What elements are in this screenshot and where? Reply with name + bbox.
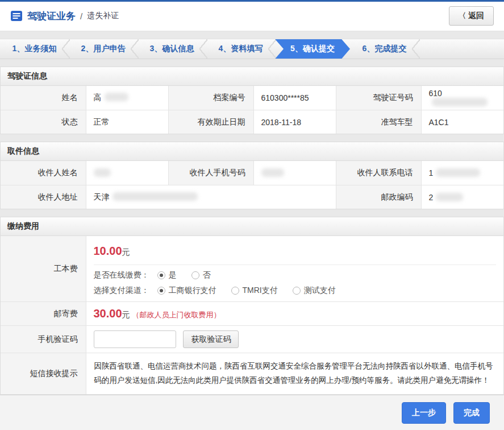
page-subtitle: 遗失补证 (87, 11, 119, 21)
step-label: 1、业务须知 (13, 44, 57, 54)
file-no-value: 610300****85 (253, 86, 336, 110)
postage-fee-value: 30.00元（邮政人员上门收取费用） (86, 302, 503, 326)
top-bar: 驾驶证业务 / 遗失补证 〈 返回 (0, 0, 504, 31)
recipient-name-value (86, 161, 168, 185)
payment-panel: 缴纳费用 工本费 10.00元 是否在线缴费： 是 否 选择支付渠道： 工商银行… (0, 217, 504, 395)
option-label: 工商银行支付 (169, 286, 216, 296)
radio-unselected-icon[interactable] (191, 271, 199, 279)
postcode-label: 邮政编码 (336, 185, 421, 209)
license-info-panel: 驾驶证信息 姓名 高 档案编号 610300****85 驾驶证号码 610 状… (0, 67, 504, 134)
online-pay-option-no[interactable]: 否 (191, 270, 211, 280)
online-pay-option-yes[interactable]: 是 (157, 270, 177, 280)
back-button-label: 返回 (468, 11, 484, 21)
currency-unit: 元 (122, 247, 130, 257)
redacted-value (113, 192, 198, 201)
step-5-confirm-submit-active[interactable]: 5、确认提交 (275, 39, 350, 59)
table-row: 短信接收提示 因陕西省联通、电信运营商技术问题，陕西省互联网交通安全综合服务管理… (1, 353, 503, 394)
postcode-value: 2 (421, 185, 503, 209)
pay-channel-row: 选择支付渠道： 工商银行支付 TMRI支付 测试支付 (94, 286, 497, 296)
get-sms-code-button[interactable]: 获取验证码 (183, 330, 239, 348)
payment-title: 缴纳费用 (1, 217, 503, 236)
pickup-info-table: 收件人姓名 收件人手机号码 收件人联系电话 1 收件人地址 天津 邮政编码 2 (1, 161, 503, 209)
status-value: 正常 (86, 110, 168, 134)
pickup-info-title: 取件信息 (1, 142, 503, 161)
breadcrumb-separator: / (80, 11, 82, 21)
file-no-label: 档案编号 (168, 86, 253, 110)
radio-unselected-icon[interactable] (293, 287, 301, 295)
channel-option-tmri[interactable]: TMRI支付 (231, 286, 278, 296)
back-button[interactable]: 〈 返回 (449, 6, 494, 26)
recipient-mobile-label: 收件人手机号码 (168, 161, 253, 185)
step-4-fill-data[interactable]: 4、资料填写 (206, 39, 275, 59)
license-info-title: 驾驶证信息 (1, 67, 503, 86)
redacted-value (105, 93, 128, 101)
step-3-confirm-info[interactable]: 3、确认信息 (138, 39, 206, 59)
sms-tip-text: 因陕西省联通、电信运营商技术问题，陕西省互联网交通安全综合服务管理平台无法向持陕… (86, 353, 503, 394)
online-pay-label: 是否在线缴费： (94, 270, 149, 280)
online-pay-row: 是否在线缴费： 是 否 (94, 270, 497, 280)
radio-unselected-icon[interactable] (231, 287, 239, 295)
production-fee-amount: 10.00 (94, 245, 122, 257)
step-2-user-declaration[interactable]: 2、用户申告 (69, 39, 138, 59)
redacted-value (436, 193, 463, 201)
license-no-label: 驾驶证号码 (336, 86, 421, 110)
license-service-icon (10, 10, 23, 22)
license-info-table: 姓名 高 档案编号 610300****85 驾驶证号码 610 状态 正常 有… (1, 86, 503, 134)
postage-fee-label: 邮寄费 (1, 302, 86, 326)
table-row: 状态 正常 有效期止日期 2018-11-18 准驾车型 A1C1 (1, 110, 503, 134)
redacted-value (436, 168, 480, 177)
step-label: 6、完成提交 (363, 44, 407, 54)
redacted-value (432, 98, 488, 106)
channel-option-icbc[interactable]: 工商银行支付 (157, 286, 216, 296)
sms-code-label: 手机验证码 (1, 326, 86, 353)
table-row: 收件人地址 天津 邮政编码 2 (1, 185, 503, 209)
radio-selected-icon[interactable] (157, 287, 165, 295)
pickup-info-panel: 取件信息 收件人姓名 收件人手机号码 收件人联系电话 1 收件人地址 天津 邮政… (0, 142, 504, 209)
table-row: 工本费 10.00元 是否在线缴费： 是 否 选择支付渠道： 工商银行支付 TM… (1, 236, 503, 302)
step-label: 5、确认提交 (290, 44, 335, 54)
name-value: 高 (86, 86, 168, 110)
currency-unit: 元 (122, 310, 130, 319)
step-wizard: 1、业务须知 2、用户申告 3、确认信息 4、资料填写 5、确认提交 6、完成提… (0, 39, 504, 60)
expiry-label: 有效期止日期 (168, 110, 253, 134)
finish-button[interactable]: 完成 (453, 402, 490, 424)
vehicle-class-value: A1C1 (421, 110, 503, 134)
recipient-name-label: 收件人姓名 (1, 161, 86, 185)
recipient-address-value: 天津 (86, 185, 336, 209)
option-label: 否 (203, 270, 211, 280)
step-label: 3、确认信息 (150, 44, 194, 54)
recipient-phone-value: 1 (421, 161, 503, 185)
production-fee-amount-row: 10.00元 (94, 237, 497, 265)
name-label: 姓名 (1, 86, 86, 110)
recipient-mobile-value (253, 161, 336, 185)
channel-option-test[interactable]: 测试支付 (293, 286, 336, 296)
status-label: 状态 (1, 110, 86, 134)
option-label: TMRI支付 (243, 286, 278, 296)
option-label: 测试支付 (304, 286, 336, 296)
step-label: 4、资料填写 (219, 44, 263, 54)
step-1-business-notice[interactable]: 1、业务须知 (0, 39, 69, 59)
expiry-value: 2018-11-18 (253, 110, 336, 134)
payment-table: 工本费 10.00元 是否在线缴费： 是 否 选择支付渠道： 工商银行支付 TM… (1, 236, 503, 394)
postage-note: （邮政人员上门收取费用） (132, 311, 221, 319)
sms-code-input[interactable] (94, 330, 176, 348)
sms-tip-label: 短信接收提示 (1, 353, 86, 394)
step-label: 2、用户申告 (81, 44, 126, 54)
recipient-address-label: 收件人地址 (1, 185, 86, 209)
pay-channel-label: 选择支付渠道： (94, 286, 149, 296)
table-row: 邮寄费 30.00元（邮政人员上门收取费用） (1, 302, 503, 326)
table-row: 姓名 高 档案编号 610300****85 驾驶证号码 610 (1, 86, 503, 110)
license-no-value: 610 (421, 86, 503, 110)
page: 驾驶证业务 / 遗失补证 〈 返回 1、业务须知 2、用户申告 3、确认信息 4… (0, 0, 504, 430)
page-title: 驾驶证业务 (27, 10, 76, 23)
previous-step-button[interactable]: 上一步 (402, 402, 446, 424)
table-row: 收件人姓名 收件人手机号码 收件人联系电话 1 (1, 161, 503, 185)
redacted-value (261, 168, 284, 177)
breadcrumb: 驾驶证业务 / 遗失补证 (10, 10, 119, 23)
recipient-phone-label: 收件人联系电话 (336, 161, 421, 185)
step-6-complete-submit[interactable]: 6、完成提交 (350, 39, 419, 59)
back-arrow-icon: 〈 (459, 11, 466, 21)
vehicle-class-label: 准驾车型 (336, 110, 421, 134)
radio-selected-icon[interactable] (157, 271, 165, 279)
footer-action-bar: 上一步 完成 (0, 395, 504, 430)
